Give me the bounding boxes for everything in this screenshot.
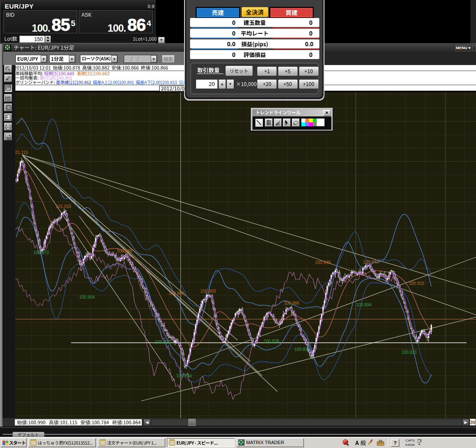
svg-text:100.915: 100.915: [409, 281, 425, 286]
svg-text:100.903: 100.903: [200, 289, 216, 294]
svg-text:100.965: 100.965: [117, 249, 133, 253]
svg-text:100.894: 100.894: [356, 303, 372, 307]
svg-text:100.900: 100.900: [169, 291, 184, 296]
svg-text:101.115: 101.115: [15, 150, 28, 155]
svg-text:100.904: 100.904: [79, 295, 95, 300]
svg-text:100: 100: [6, 98, 11, 101]
svg-text:100.825: 100.825: [295, 347, 310, 352]
svg-text:100.784: 100.784: [176, 374, 192, 378]
svg-text:100.886: 100.886: [284, 301, 300, 306]
svg-text:100.948: 100.948: [315, 260, 331, 265]
svg-text:100.837: 100.837: [155, 340, 171, 344]
svg-text:100.949: 100.949: [363, 260, 379, 264]
svg-text:101.033: 101.033: [56, 204, 71, 209]
svg-text:100.973: 100.973: [33, 250, 49, 255]
svg-text:100.838: 100.838: [264, 339, 280, 344]
svg-text:115: 115: [6, 95, 11, 98]
svg-text:100.821: 100.821: [402, 350, 417, 355]
